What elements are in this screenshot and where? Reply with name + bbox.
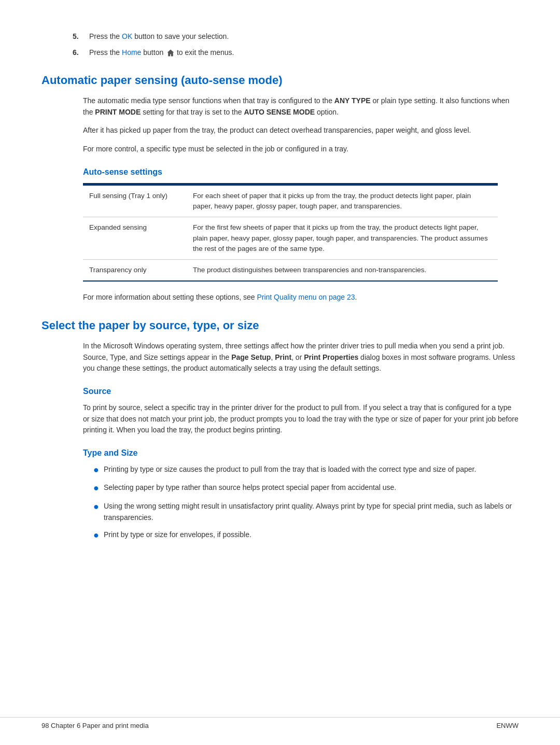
table-cell-desc: For the first few sheets of paper that i… [187, 217, 498, 260]
bullet-icon: ● [93, 501, 104, 513]
table-row: Transparency only The product distinguis… [83, 260, 498, 282]
step-6-number: 6. [73, 47, 89, 58]
auto-sense-link-para: For more information about setting these… [83, 292, 519, 303]
step-6: 6. Press the Home button to exit the men… [73, 47, 519, 58]
table-row: Expanded sensing For the first few sheet… [83, 217, 498, 260]
bullet-text: Selecting paper by type rather than sour… [104, 482, 396, 494]
auto-sense-para1: The automatic media type sensor function… [83, 95, 519, 118]
auto-sense-para3: For more control, a specific type must b… [83, 144, 519, 155]
auto-sense-table: Full sensing (Tray 1 only) For each shee… [83, 183, 498, 282]
ok-link[interactable]: OK [122, 32, 132, 40]
bullet-text: Printing by type or size causes the prod… [104, 464, 476, 475]
list-item: ● Using the wrong setting might result i… [93, 501, 519, 523]
page-footer: 98 Chapter 6 Paper and print media ENWW [0, 717, 560, 729]
footer-left: 98 Chapter 6 Paper and print media [41, 722, 149, 729]
list-item: ● Print by type or size for envelopes, i… [93, 529, 519, 541]
list-item: ● Printing by type or size causes the pr… [93, 464, 519, 476]
step-list: 5. Press the OK button to save your sele… [73, 31, 519, 58]
table-row: Full sensing (Tray 1 only) For each shee… [83, 185, 498, 217]
step-6-text: Press the Home button to exit the menus. [89, 47, 234, 58]
table-cell-label: Expanded sensing [83, 217, 187, 260]
select-paper-para1: In the Microsoft Windows operating syste… [83, 341, 519, 374]
footer-right: ENWW [496, 722, 519, 729]
bullet-icon: ● [93, 529, 104, 541]
source-heading: Source [83, 387, 519, 396]
bullet-text: Print by type or size for envelopes, if … [104, 529, 251, 541]
print-quality-link[interactable]: Print Quality menu on page 23 [257, 293, 355, 301]
table-cell-label: Full sensing (Tray 1 only) [83, 185, 187, 217]
home-icon [166, 49, 175, 57]
bullet-text: Using the wrong setting might result in … [104, 501, 519, 523]
auto-sense-para2: After it has picked up paper from the tr… [83, 125, 519, 136]
table-cell-label: Transparency only [83, 260, 187, 282]
source-para: To print by source, select a specific tr… [83, 402, 519, 436]
bullet-icon: ● [93, 464, 104, 476]
bullet-icon: ● [93, 482, 104, 494]
type-size-heading: Type and Size [83, 448, 519, 458]
type-size-bullets: ● Printing by type or size causes the pr… [93, 464, 519, 542]
table-cell-desc: For each sheet of paper that it picks up… [187, 185, 498, 217]
select-paper-heading: Select the paper by source, type, or siz… [41, 319, 519, 332]
home-link[interactable]: Home [122, 48, 141, 57]
list-item: ● Selecting paper by type rather than so… [93, 482, 519, 494]
table-cell-desc: The product distinguishes between transp… [187, 260, 498, 282]
step-5-text: Press the OK button to save your selecti… [89, 31, 229, 42]
step-5: 5. Press the OK button to save your sele… [73, 31, 519, 42]
step-5-number: 5. [73, 31, 89, 42]
auto-sense-settings-heading: Auto-sense settings [83, 167, 519, 177]
auto-sense-heading: Automatic paper sensing (auto-sense mode… [41, 74, 519, 87]
